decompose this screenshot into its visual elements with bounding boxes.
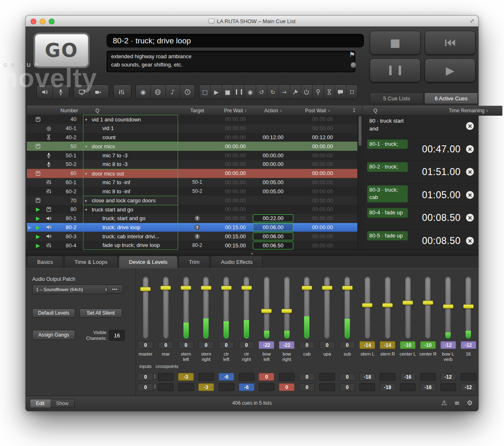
fader-track-upa[interactable] (324, 277, 330, 339)
fader-value[interactable]: -14 (380, 341, 395, 349)
action-cell[interactable]: 00:06.50 (248, 241, 298, 250)
fader-handle[interactable] (241, 286, 252, 290)
cue-row-80[interactable]: ▶ 80 ▾truck start and go 00:00.00 00:00.… (27, 205, 362, 214)
fader-track-rear[interactable] (163, 277, 169, 339)
fader-handle[interactable] (402, 301, 413, 305)
column-header-post-wait[interactable]: Post Wait› (298, 108, 337, 114)
default-levels-button[interactable]: Default Levels (32, 308, 75, 318)
fader-value[interactable]: 0 (239, 341, 254, 349)
action-cell[interactable]: 00:00.00 (248, 151, 298, 160)
fader-handle[interactable] (443, 304, 454, 309)
fader-handle[interactable] (261, 308, 272, 313)
fader-track-master[interactable] (143, 277, 148, 339)
post-wait-cell[interactable]: 00:00.00 (298, 115, 337, 124)
column-header-target[interactable]: Target (181, 108, 213, 114)
add-goto-cue-button[interactable]: → (279, 85, 290, 99)
flag-dot-button[interactable] (350, 62, 357, 68)
visible-channels-value[interactable]: 16 (109, 330, 125, 341)
post-wait-cell[interactable]: 00:00.00 (298, 160, 337, 169)
crosspoint-cell[interactable] (440, 383, 456, 391)
crosspoint-cell[interactable]: -16 (400, 373, 416, 381)
add-start-cue-button[interactable]: ▶ (211, 85, 222, 99)
patch-settings-button[interactable]: ••• (107, 285, 123, 294)
target-cell[interactable] (181, 169, 213, 178)
tab-device-levels[interactable]: Device & Levels (119, 256, 178, 268)
crosspoint-cell[interactable] (259, 383, 274, 391)
pre-wait-cell[interactable]: 00:00.00 (213, 187, 248, 196)
audio-patch-dropdown[interactable]: 1 – Soundflower (64ch) ▴▾ (32, 285, 109, 294)
action-cell[interactable] (248, 115, 298, 124)
post-wait-cell[interactable]: 00:00.00 (298, 223, 337, 232)
cue-row-80-1[interactable]: ▶ 80-1 truck; start and go 00:00.00 00:2… (27, 214, 362, 223)
cue-name-cell[interactable]: ▸close and lock cargo doors (83, 196, 178, 205)
crosspoint-cell[interactable]: -3 (178, 373, 194, 381)
post-wait-cell[interactable]: 00:00.00 (298, 142, 337, 151)
fader-handle[interactable] (302, 286, 312, 290)
disclosure-triangle-icon[interactable]: ▾ (85, 117, 92, 122)
crosspoint-cell[interactable] (219, 383, 234, 391)
cue-name-cell[interactable]: vid 1 (83, 124, 178, 133)
target-cell[interactable] (181, 232, 213, 241)
window-titlebar[interactable]: LA RUTA SHOW – Main Cue List ↔ (26, 16, 478, 27)
add-timecode-cue-button[interactable] (180, 85, 195, 99)
fader-handle[interactable] (221, 286, 232, 290)
crosspoint-cell[interactable]: -16 (420, 383, 436, 391)
active-cue-item[interactable]: 80-3 · truck; cab 01:05.00 × (363, 184, 478, 207)
crosspoint-cell[interactable]: 0 (299, 373, 315, 381)
fader-track-stern-r[interactable] (385, 277, 390, 339)
action-cell[interactable]: 00:06.00 (248, 223, 298, 232)
fader-track-bow-left[interactable] (264, 277, 269, 339)
target-cell[interactable] (181, 151, 213, 160)
crosspoint-cell[interactable] (319, 373, 335, 381)
cue-row-60[interactable]: 60 ▾door mics out 00:00.00 00:00.00 (27, 169, 362, 178)
target-cell[interactable] (181, 142, 213, 151)
target-jump-icon[interactable] (194, 224, 200, 230)
fader-handle[interactable] (423, 301, 433, 305)
post-wait-cell[interactable]: 00:00.00 (298, 214, 337, 223)
cue-list-scrollbar[interactable] (357, 115, 362, 250)
cue-row-50-1[interactable]: 50-1 mic 7 to -3 00:00.00 00:00.00 00:00… (27, 151, 362, 160)
cue-name-cell[interactable]: truck; drive loop (83, 223, 178, 232)
target-cell[interactable]: 80-2 (181, 241, 213, 250)
go-button[interactable]: GO (35, 34, 88, 67)
cue-name-cell[interactable]: mic 7 to -3 (83, 151, 178, 160)
crosspoint-cell[interactable] (319, 383, 335, 391)
add-camera-cue-button[interactable] (90, 85, 106, 99)
crosspoint-cell[interactable] (400, 383, 416, 391)
fader-track-16[interactable] (466, 277, 471, 339)
post-wait-cell[interactable]: 00:00.00 (298, 169, 337, 178)
target-cell[interactable] (181, 223, 213, 232)
fader-handle[interactable] (181, 286, 191, 290)
cue-row-50-2[interactable]: 50-2 mic 8 to -3 00:00.00 00:00.00 00:00… (27, 160, 362, 169)
crosspoint-cell[interactable]: 0 (259, 373, 274, 381)
rewind-button[interactable] (425, 31, 475, 55)
play-button[interactable]: ▶ (425, 59, 475, 82)
cue-name-cell[interactable]: ▾door mics (83, 142, 178, 151)
add-record-cue-button[interactable]: ◉ (136, 85, 151, 99)
post-wait-cell[interactable]: 00:00.00 (298, 205, 337, 214)
post-wait-cell[interactable]: 00:00.00 (298, 178, 337, 187)
active-cue-item[interactable]: 80 · truck start and × (363, 115, 478, 138)
crosspoint-cell[interactable]: -6 (219, 373, 234, 381)
fader-track-bow-right[interactable] (284, 277, 290, 339)
post-wait-cell[interactable]: 00:00.00 (298, 196, 337, 205)
fader-track-sub[interactable] (345, 277, 350, 339)
active-cue-item[interactable]: 80-4 · fade up 00:08.50 × (363, 206, 478, 230)
pre-wait-cell[interactable]: 00:15.00 (213, 232, 248, 241)
stop-active-cue-button[interactable]: × (466, 122, 474, 130)
add-devamp-cue-button[interactable]: ↻ (267, 85, 278, 99)
column-header-q[interactable]: Q (78, 108, 181, 114)
cue-name-cell[interactable]: mic 8 to -3 (83, 160, 178, 169)
add-script-cue-button[interactable] (290, 85, 301, 99)
fader-track-center-r[interactable] (425, 277, 430, 339)
column-header-pre-wait[interactable]: Pre Wait‹ (213, 108, 248, 114)
cue-name-cell[interactable]: ▾truck start and go (83, 205, 178, 214)
tab-cue-lists[interactable]: 5 Cue Lists (370, 93, 423, 104)
add-pause-cue-button[interactable] (233, 85, 245, 99)
disclosure-triangle-icon[interactable]: ▾ (85, 144, 92, 149)
fader-track-stern-l[interactable] (365, 277, 370, 339)
action-cell[interactable] (248, 142, 298, 151)
disclosure-triangle-icon[interactable]: ▾ (85, 207, 92, 212)
fader-track-bow-l-verb[interactable] (445, 277, 451, 339)
fader-value[interactable]: -12 (440, 341, 456, 349)
